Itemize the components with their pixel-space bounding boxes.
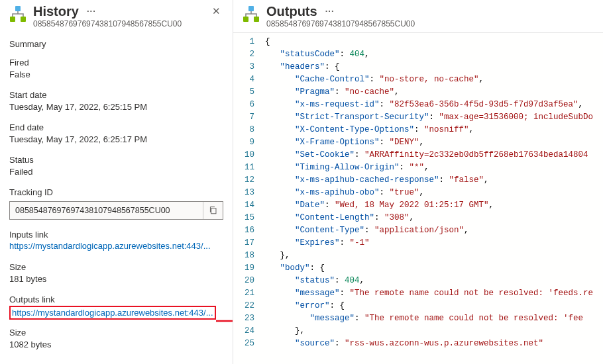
end-date-value: Tuesday, May 17, 2022, 6:25:17 PM: [9, 134, 223, 146]
outputs-title: Outputs: [266, 4, 317, 19]
callout-arrow-icon: [215, 314, 233, 330]
code-editor[interactable]: 1234567891011121314151617181920212223242…: [233, 32, 603, 364]
history-more-button[interactable]: ···: [85, 7, 97, 16]
summary-heading: Summary: [9, 39, 223, 49]
line-gutter: 1234567891011121314151617181920212223242…: [233, 33, 261, 364]
logic-app-icon: [243, 5, 260, 24]
start-date-value: Tuesday, May 17, 2022, 6:25:15 PM: [9, 101, 223, 113]
svg-rect-6: [248, 6, 254, 11]
copy-icon: [209, 206, 217, 214]
outputs-run-id: 08585487697697438107948567855CU00: [266, 19, 594, 28]
fired-label: Fired: [9, 57, 223, 69]
svg-rect-2: [21, 17, 26, 22]
status-label: Status: [9, 154, 223, 166]
inputs-size-value: 181 bytes: [9, 273, 223, 285]
outputs-link-highlight: https://mystandardlogicapp.azurewebsites…: [9, 306, 216, 320]
inputs-link-label: Inputs link: [9, 229, 223, 241]
logic-app-icon: [9, 5, 27, 24]
tracking-id-box: 08585487697697438107948567855CU00: [9, 201, 223, 220]
svg-rect-7: [243, 17, 248, 22]
history-title: History: [33, 4, 79, 19]
inputs-link[interactable]: https://mystandardlogicapp.azurewebsites…: [9, 240, 223, 252]
svg-rect-0: [15, 6, 21, 11]
status-value: Failed: [9, 166, 223, 178]
svg-rect-8: [254, 17, 259, 22]
copy-button[interactable]: [203, 202, 223, 219]
outputs-size-label: Size: [9, 327, 223, 339]
svg-rect-3: [211, 208, 216, 214]
code-content: { "statusCode": 404, "headers": { "Cache…: [261, 33, 593, 364]
fired-value: False: [9, 69, 223, 81]
outputs-panel: Outputs ··· 0858548769769743810794856785…: [233, 0, 603, 364]
end-date-label: End date: [9, 122, 223, 134]
outputs-header: Outputs ··· 0858548769769743810794856785…: [233, 0, 603, 32]
outputs-link-label: Outputs link: [9, 294, 223, 306]
svg-rect-1: [10, 17, 15, 22]
tracking-id-label: Tracking ID: [9, 187, 223, 199]
outputs-more-button[interactable]: ···: [324, 7, 336, 16]
start-date-label: Start date: [9, 89, 223, 101]
outputs-link[interactable]: https://mystandardlogicapp.azurewebsites…: [12, 307, 213, 319]
history-panel: History ··· 0858548769769743810794856785…: [0, 0, 233, 364]
inputs-size-label: Size: [9, 261, 223, 273]
history-header: History ··· 0858548769769743810794856785…: [9, 4, 223, 32]
tracking-id-value: 08585487697697438107948567855CU00: [10, 206, 203, 215]
close-icon[interactable]: ✕: [209, 4, 223, 19]
outputs-size-value: 1082 bytes: [9, 339, 223, 351]
history-run-id: 08585487697697438107948567855CU00: [33, 19, 203, 28]
